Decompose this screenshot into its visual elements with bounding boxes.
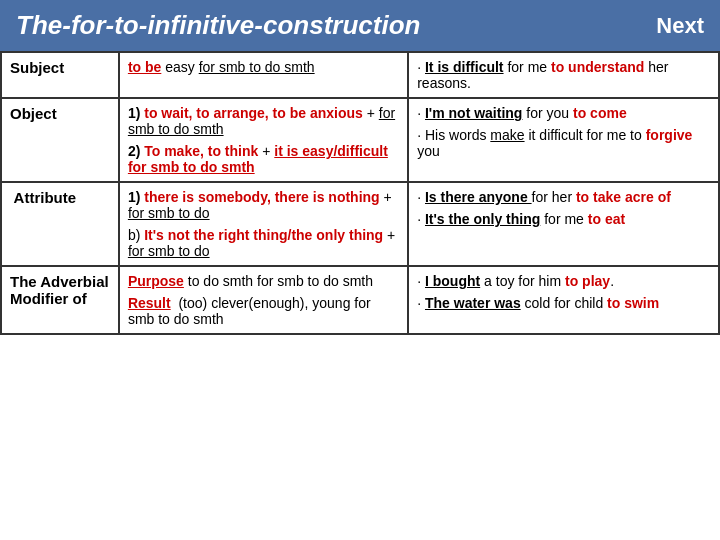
attribute-right: · Is there anyone for her to take acre o…: [408, 182, 719, 266]
adverbial-right: · I bought a toy for him to play. · The …: [408, 266, 719, 334]
table-row: Attribute 1) there is somebody, there is…: [1, 182, 719, 266]
label-attribute: Attribute: [1, 182, 119, 266]
table-row: The Adverbial Modifier of Purpose to do …: [1, 266, 719, 334]
table-row: Subject to be easy for smb to do smth · …: [1, 52, 719, 98]
label-subject: Subject: [1, 52, 119, 98]
next-button[interactable]: Next: [656, 13, 704, 39]
main-table: Subject to be easy for smb to do smth · …: [0, 51, 720, 335]
subject-right: · It is difficult for me to understand h…: [408, 52, 719, 98]
label-object: Object: [1, 98, 119, 182]
page-title: The-for-to-infinitive-construction: [16, 10, 420, 41]
label-adverbial: The Adverbial Modifier of: [1, 266, 119, 334]
page-header: The-for-to-infinitive-construction Next: [0, 0, 720, 51]
table-row: Object 1) to wait, to arrange, to be anx…: [1, 98, 719, 182]
object-middle: 1) to wait, to arrange, to be anxious + …: [119, 98, 408, 182]
adverbial-middle: Purpose to do smth for smb to do smth Re…: [119, 266, 408, 334]
attribute-middle: 1) there is somebody, there is nothing +…: [119, 182, 408, 266]
subject-middle: to be easy for smb to do smth: [119, 52, 408, 98]
object-right: · I'm not waiting for you to come · His …: [408, 98, 719, 182]
